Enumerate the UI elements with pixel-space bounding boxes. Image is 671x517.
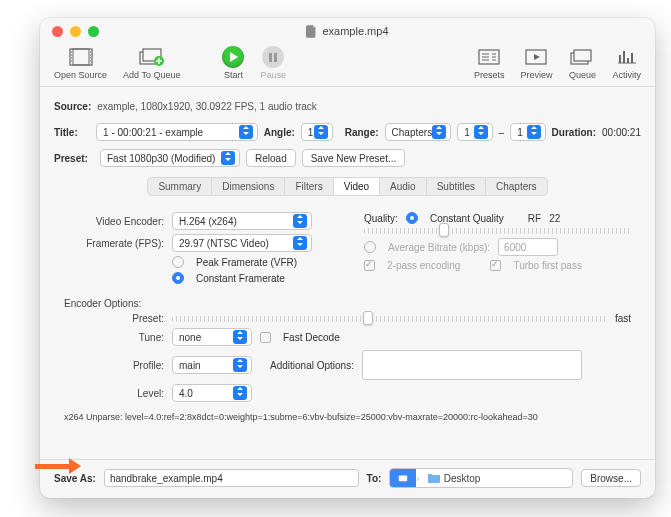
destination-path[interactable]: › Desktop — [389, 468, 573, 488]
activity-button[interactable]: Activity — [612, 46, 641, 80]
folder-icon — [428, 473, 440, 483]
framerate-select[interactable]: 29.97 (NTSC Video) — [172, 234, 312, 252]
video-encoder-select[interactable]: H.264 (x264) — [172, 212, 312, 230]
peak-framerate-radio[interactable] — [172, 256, 184, 268]
preset-select[interactable]: Fast 1080p30 (Modified) — [100, 149, 240, 167]
video-panel: Video Encoder: H.264 (x264) Framerate (F… — [54, 204, 641, 426]
presets-button[interactable]: Presets — [474, 46, 505, 80]
svg-rect-7 — [269, 53, 272, 62]
video-encoder-label: Video Encoder: — [64, 216, 164, 227]
avg-bitrate-label: Average Bitrate (kbps): — [388, 242, 490, 253]
document-icon — [306, 25, 317, 38]
x264-preset-slider[interactable] — [172, 316, 607, 322]
constant-framerate-radio[interactable] — [172, 272, 184, 284]
title-label: Title: — [54, 127, 90, 138]
reload-button[interactable]: Reload — [246, 149, 296, 167]
unparse-value: level=4.0:ref=2:8x8dct=0:weightp=1:subme… — [125, 412, 538, 422]
preview-icon — [522, 46, 550, 68]
presets-icon — [475, 46, 503, 68]
titlebar: example.mp4 — [40, 18, 655, 44]
svg-rect-1 — [73, 49, 89, 65]
svg-rect-12 — [574, 50, 591, 61]
range-to-select[interactable]: 1 — [510, 123, 545, 141]
avg-bitrate-input[interactable]: 6000 — [498, 238, 558, 256]
two-pass-checkbox[interactable] — [364, 260, 375, 271]
tab-summary[interactable]: Summary — [148, 178, 212, 195]
pause-icon — [262, 46, 284, 68]
constant-quality-label: Constant Quality — [430, 213, 504, 224]
profile-select[interactable]: main — [172, 356, 252, 374]
play-icon — [222, 46, 244, 68]
encoder-options-label: Encoder Options: — [64, 298, 141, 309]
disk-icon — [390, 469, 416, 487]
profile-label: Profile: — [64, 360, 164, 371]
title-select[interactable]: 1 - 00:00:21 - example — [96, 123, 258, 141]
source-label: Source: — [54, 101, 91, 112]
tab-video[interactable]: Video — [334, 178, 380, 195]
tune-label: Tune: — [64, 332, 164, 343]
quality-slider[interactable] — [364, 228, 631, 234]
tab-chapters[interactable]: Chapters — [486, 178, 547, 195]
additional-options-input[interactable] — [362, 350, 582, 380]
add-to-queue-button[interactable]: Add To Queue — [123, 46, 180, 80]
level-select[interactable]: 4.0 — [172, 384, 252, 402]
two-pass-label: 2-pass encoding — [387, 260, 460, 271]
film-icon — [67, 46, 95, 68]
svg-rect-14 — [399, 476, 407, 482]
tab-dimensions[interactable]: Dimensions — [212, 178, 285, 195]
queue-button[interactable]: Queue — [568, 46, 596, 80]
browse-button[interactable]: Browse... — [581, 469, 641, 487]
save-as-input[interactable]: handbrake_example.mp4 — [104, 469, 359, 487]
start-button[interactable]: Start — [222, 46, 244, 80]
framerate-label: Framerate (FPS): — [64, 238, 164, 249]
annotation-arrow — [35, 456, 85, 476]
tab-audio[interactable]: Audio — [380, 178, 427, 195]
save-new-preset-button[interactable]: Save New Preset... — [302, 149, 406, 167]
range-label: Range: — [345, 127, 379, 138]
tab-subtitles[interactable]: Subtitles — [427, 178, 486, 195]
svg-rect-8 — [274, 53, 277, 62]
window-title: example.mp4 — [40, 25, 655, 38]
path-segment: Desktop — [420, 469, 489, 487]
queue-add-icon — [138, 46, 166, 68]
queue-icon — [568, 46, 596, 68]
angle-select[interactable]: 1 — [301, 123, 333, 141]
content-area: Source: example, 1080x1920, 30.0922 FPS,… — [40, 87, 655, 459]
additional-options-label: Additional Options: — [270, 360, 354, 371]
preview-button[interactable]: Preview — [520, 46, 552, 80]
tabs: Summary Dimensions Filters Video Audio S… — [54, 177, 641, 196]
to-label: To: — [367, 473, 382, 484]
activity-icon — [613, 46, 641, 68]
source-value: example, 1080x1920, 30.0922 FPS, 1 audio… — [97, 101, 317, 112]
footer: Save As: handbrake_example.mp4 To: › Des… — [40, 459, 655, 498]
pause-button[interactable]: Pause — [260, 46, 286, 80]
constant-quality-radio[interactable] — [406, 212, 418, 224]
tune-select[interactable]: none — [172, 328, 252, 346]
quality-label: Quality: — [364, 213, 398, 224]
unparse-label: x264 Unparse: — [64, 412, 123, 422]
level-label: Level: — [64, 388, 164, 399]
tab-filters[interactable]: Filters — [285, 178, 333, 195]
constant-framerate-label: Constant Framerate — [196, 273, 285, 284]
fast-decode-checkbox[interactable] — [260, 332, 271, 343]
rf-value: 22 — [549, 213, 560, 224]
fast-decode-label: Fast Decode — [283, 332, 340, 343]
preset-label: Preset: — [54, 153, 94, 164]
x264-preset-value: fast — [615, 313, 631, 324]
angle-label: Angle: — [264, 127, 295, 138]
peak-framerate-label: Peak Framerate (VFR) — [196, 257, 297, 268]
open-source-button[interactable]: Open Source — [54, 46, 107, 80]
app-window: example.mp4 Open Source Add To Queue Sta… — [40, 18, 655, 498]
rf-label: RF — [528, 213, 541, 224]
turbo-checkbox[interactable] — [490, 260, 501, 271]
duration-label: Duration: — [552, 127, 596, 138]
avg-bitrate-radio[interactable] — [364, 241, 376, 253]
x264-preset-label: Preset: — [64, 313, 164, 324]
range-from-select[interactable]: 1 — [457, 123, 492, 141]
toolbar: Open Source Add To Queue Start Pause Pre… — [40, 44, 655, 87]
range-dash: – — [499, 127, 505, 138]
duration-value: 00:00:21 — [602, 127, 641, 138]
turbo-label: Turbo first pass — [513, 260, 582, 271]
range-mode-select[interactable]: Chapters — [385, 123, 452, 141]
